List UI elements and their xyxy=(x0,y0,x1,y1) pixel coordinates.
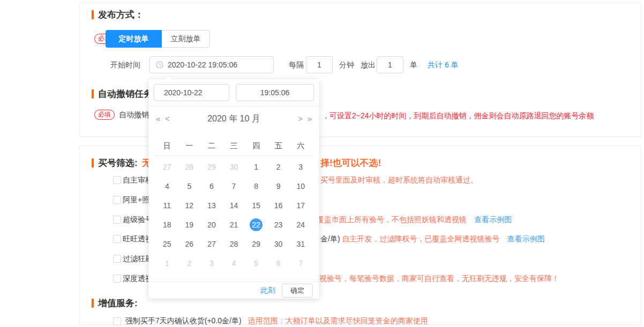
day-cell[interactable]: 11 xyxy=(156,196,178,215)
filter-note: 金/单) 自主开发，过滤降权号，已覆盖全网透视镜验号查看示例图 xyxy=(320,234,544,244)
day-cell[interactable]: 4 xyxy=(223,254,245,273)
day-cell[interactable]: 31 xyxy=(289,234,312,254)
weekday-header-row: 日一二三四五六 xyxy=(156,139,312,152)
divider xyxy=(148,282,319,282)
section-bar xyxy=(92,10,94,19)
day-cell[interactable]: 2 xyxy=(178,254,201,273)
value-added-row: 强制买手7天内确认收货(+0.0金/单) 适用范围：大额订单以及需求尽快回笼资金… xyxy=(113,316,428,326)
filter-note-text: 买号里面及时审核，超时系统将自动审核通过。 xyxy=(320,176,478,184)
clock-icon xyxy=(156,61,163,69)
day-cell[interactable]: 22 xyxy=(245,215,267,234)
filter-label: 阿里+照 xyxy=(123,195,149,205)
day-cell[interactable]: 20 xyxy=(200,215,223,234)
required-badge: 必填 xyxy=(94,110,115,120)
interval-minutes-input[interactable]: 1 xyxy=(306,56,333,73)
day-cell[interactable]: 7 xyxy=(289,254,312,273)
auto-cancel-description: ，可设置2~24小时的时间，到期后自动撤销，佣金则会自动原路退回您的账号余额 xyxy=(322,111,594,121)
day-cell[interactable]: 5 xyxy=(178,177,201,196)
day-cell[interactable]: 14 xyxy=(223,196,245,215)
start-time-value: 2020-10-22 19:05:06 xyxy=(168,60,237,69)
value-added-label: 强制买手7天内确认收货(+0.0金/单) xyxy=(125,316,242,326)
filter-checkbox[interactable] xyxy=(113,255,121,263)
datepicker-nav: « < 2020 年 10 月 > » xyxy=(148,112,319,125)
day-cell[interactable]: 2 xyxy=(267,157,290,177)
day-cell[interactable]: 21 xyxy=(223,215,245,234)
day-cell[interactable]: 13 xyxy=(200,196,223,215)
day-cell[interactable]: 3 xyxy=(200,254,223,273)
day-cell[interactable]: 16 xyxy=(267,196,290,215)
filter-checkbox[interactable] xyxy=(113,196,121,204)
day-cell[interactable]: 27 xyxy=(156,157,178,177)
day-cell[interactable]: 29 xyxy=(245,234,267,254)
filter-note-text: 自主开发，过滤降权号，已覆盖全网透视镜验号 xyxy=(342,234,499,243)
value-added-note: 适用范围：大额订单以及需求尽快回笼资金的商家使用 xyxy=(248,316,428,326)
day-cell[interactable]: 5 xyxy=(245,254,267,273)
start-time-label: 开始时间 xyxy=(110,60,140,70)
filter-checkbox[interactable] xyxy=(113,176,121,184)
value-added-checkbox[interactable] xyxy=(113,317,121,325)
release-unit-label: 单 xyxy=(410,60,417,70)
day-cell[interactable]: 4 xyxy=(156,177,178,196)
day-cell[interactable]: 10 xyxy=(289,177,312,196)
filter-checkbox[interactable] xyxy=(113,235,121,243)
release-count-input[interactable]: 1 xyxy=(377,56,403,73)
every-label: 每隔 xyxy=(289,60,304,70)
day-cell[interactable]: 23 xyxy=(267,215,290,234)
filter-note-text: 覆盖市面上所有验号，不包括照妖镜和透视镜 xyxy=(317,215,467,224)
every-unit-label: 分钟 xyxy=(339,60,354,70)
day-cell[interactable]: 28 xyxy=(178,157,201,177)
datepicker-month-title: 2020 年 10 月 xyxy=(148,112,319,125)
day-cell[interactable]: 27 xyxy=(200,234,223,254)
publish-section-heading: 发布方式： xyxy=(92,9,144,21)
weekday-label: 一 xyxy=(178,139,201,152)
value-added-title: 增值服务: xyxy=(98,297,138,309)
day-cell[interactable]: 24 xyxy=(289,215,312,234)
day-cell[interactable]: 7 xyxy=(223,177,245,196)
day-cell[interactable]: 17 xyxy=(289,196,312,215)
value-added-heading: 增值服务: xyxy=(92,297,138,309)
day-cell[interactable]: 8 xyxy=(245,177,267,196)
release-label: 放出 xyxy=(361,60,376,70)
weekday-label: 二 xyxy=(200,139,223,152)
datepicker-popup: 2020-10-22 19:05:06 « < 2020 年 10 月 > » … xyxy=(148,79,319,299)
day-cell[interactable]: 9 xyxy=(267,177,290,196)
now-button[interactable]: 此刻 xyxy=(260,286,275,295)
day-cell[interactable]: 6 xyxy=(267,254,290,273)
filter-note-prefix: 金/单) xyxy=(320,234,342,243)
day-cell[interactable]: 6 xyxy=(200,177,223,196)
filter-note: 买号里面及时审核，超时系统将自动审核通过。 xyxy=(320,176,478,185)
day-cell[interactable]: 15 xyxy=(245,196,267,215)
day-cell[interactable]: 26 xyxy=(178,234,201,254)
filter-checkbox[interactable] xyxy=(113,216,121,224)
start-time-input[interactable]: 2020-10-22 19:05:06 xyxy=(149,56,274,73)
calendar-day-grid: 2728293012345678910111213141516171819202… xyxy=(156,157,312,273)
datepicker-footer: 此刻 确定 xyxy=(260,283,313,298)
tab-instant-release[interactable]: 立刻放单 xyxy=(162,30,210,48)
day-cell[interactable]: 28 xyxy=(223,234,245,254)
day-cell[interactable]: 1 xyxy=(156,254,178,273)
day-cell[interactable]: 19 xyxy=(178,215,201,234)
section-bar xyxy=(92,89,94,98)
divider xyxy=(148,106,319,107)
datepicker-date-input[interactable]: 2020-10-22 xyxy=(154,84,229,101)
confirm-button[interactable]: 确定 xyxy=(282,284,313,298)
day-cell[interactable]: 1 xyxy=(245,157,267,177)
day-cell[interactable]: 29 xyxy=(200,157,223,177)
day-cell[interactable]: 30 xyxy=(267,234,290,254)
example-image-link[interactable]: 查看示例图 xyxy=(474,215,512,224)
day-cell[interactable]: 18 xyxy=(156,215,178,234)
filter-note: 视验号，每笔验号数据，商家可自行查看，无狂刷无违规，安全有保障！ xyxy=(319,274,559,284)
day-cell[interactable]: 12 xyxy=(178,196,201,215)
next-month-button[interactable]: > xyxy=(298,112,303,125)
weekday-label: 五 xyxy=(267,139,290,152)
next-year-button[interactable]: » xyxy=(308,112,312,125)
example-image-link[interactable]: 查看示例图 xyxy=(507,234,544,243)
day-cell[interactable]: 25 xyxy=(156,234,178,254)
day-cell[interactable]: 30 xyxy=(223,157,245,177)
datepicker-time-input[interactable]: 19:05:06 xyxy=(236,84,314,101)
filter-checkbox[interactable] xyxy=(113,275,121,283)
tab-timed-release[interactable]: 定时放单 xyxy=(106,30,162,48)
day-cell[interactable]: 3 xyxy=(289,157,312,177)
auto-cancel-section-title: 自动撤销任务 xyxy=(98,88,153,100)
filter-note-text: 视验号，每笔验号数据，商家可自行查看，无狂刷无违规，安全有保障！ xyxy=(319,274,559,283)
